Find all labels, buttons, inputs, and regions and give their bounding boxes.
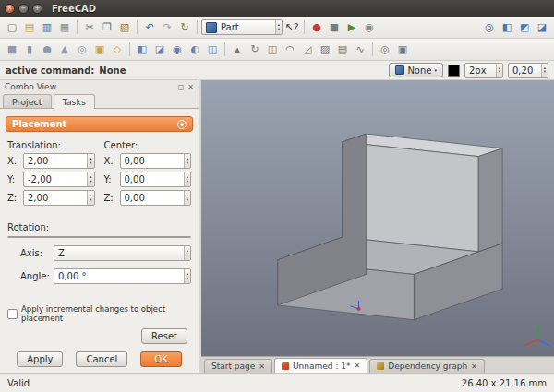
- center-x-spinbox[interactable]: 0,00 ▴▾: [120, 153, 192, 169]
- tab-close-icon[interactable]: ✕: [259, 362, 265, 371]
- axis-select[interactable]: Z ▴▾: [54, 245, 191, 261]
- freecad-window: ✕ − + FreeCAD ▢▤▥▦✂❐▧↶↷↻ Part ▴▾ ↖?●■▶◉ …: [0, 0, 554, 392]
- macro-debug-icon[interactable]: ◉: [361, 19, 378, 36]
- whats-this-icon[interactable]: ↖?: [283, 19, 300, 36]
- workbench-selector[interactable]: Part ▴▾: [201, 19, 283, 35]
- ok-button[interactable]: OK: [140, 351, 181, 367]
- tab-close-icon[interactable]: ✕: [355, 362, 361, 370]
- center-z-spinbox[interactable]: 0,00 ▴▾: [120, 190, 192, 206]
- line-color-swatch[interactable]: [448, 65, 460, 77]
- model-wall-right-face[interactable]: [478, 148, 502, 252]
- boolean-intersection-icon[interactable]: ◐: [187, 42, 203, 58]
- shape-builder-icon[interactable]: ◇: [109, 42, 126, 58]
- angle-label: Angle:: [20, 271, 50, 281]
- boolean-cut-icon[interactable]: ◪: [151, 42, 168, 58]
- tab-project[interactable]: Project: [3, 94, 52, 108]
- spin-arrows-icon[interactable]: ▴▾: [184, 154, 190, 168]
- part-cylinder-icon[interactable]: ▮: [21, 42, 38, 58]
- translation-y-spinbox[interactable]: -2,00 ▴▾: [23, 172, 95, 187]
- boolean-icon[interactable]: ◧: [134, 42, 151, 58]
- macro-stop-icon[interactable]: ■: [326, 19, 343, 36]
- part-sphere-icon[interactable]: ●: [39, 42, 55, 58]
- spin-arrows-icon[interactable]: ▴▾: [184, 172, 190, 186]
- line-width-arrow-icon: ▴▾: [496, 64, 502, 77]
- cut-icon[interactable]: ✂: [81, 19, 98, 36]
- copy-icon[interactable]: ❐: [99, 19, 115, 36]
- revolve-icon[interactable]: ↻: [247, 42, 263, 58]
- tab-start-page[interactable]: Start page ✕: [204, 359, 272, 373]
- placement-header[interactable]: Placement: [6, 116, 193, 132]
- new-document-icon[interactable]: ▢: [4, 19, 20, 36]
- center-x-value[interactable]: 0,00: [121, 156, 184, 166]
- tab-unnamed-document[interactable]: Unnamed : 1* ✕: [274, 358, 367, 373]
- dock-float-icon[interactable]: ◻: [178, 83, 185, 91]
- tasks-panel: Placement Translation: Center: X: 2,00 ▴…: [0, 108, 199, 373]
- redo-icon[interactable]: ↷: [159, 19, 175, 36]
- 3d-scene[interactable]: [201, 80, 554, 356]
- spin-arrows-icon[interactable]: ▴▾: [184, 191, 190, 205]
- macro-play-icon[interactable]: ▶: [343, 19, 360, 36]
- spin-arrows-icon[interactable]: ▴▾: [87, 191, 93, 205]
- center-z-value[interactable]: 0,00: [121, 193, 184, 203]
- macro-record-icon[interactable]: ●: [308, 19, 325, 36]
- fillet-icon[interactable]: ◠: [282, 42, 298, 58]
- boolean-union-icon[interactable]: ◉: [169, 42, 186, 58]
- part-primitives-icon[interactable]: ▣: [91, 42, 108, 58]
- center-y-spinbox[interactable]: 0,00 ▴▾: [120, 172, 192, 187]
- save-document-icon[interactable]: ▥: [39, 19, 55, 36]
- thickness-icon[interactable]: ▣: [394, 42, 411, 58]
- tab-close-icon[interactable]: ✕: [471, 362, 477, 371]
- window-minimize-button[interactable]: −: [18, 4, 29, 14]
- cancel-button[interactable]: Cancel: [76, 351, 127, 367]
- incremental-checkbox[interactable]: [7, 309, 18, 319]
- part-torus-icon[interactable]: ◎: [74, 42, 90, 58]
- extrude-icon[interactable]: ▴: [229, 42, 246, 58]
- tab-dependency-graph[interactable]: Dependency graph ✕: [369, 359, 485, 373]
- rotation-mode-select[interactable]: Rotation axis with angle ▴▾: [7, 236, 191, 238]
- translation-x-spinbox[interactable]: 2,00 ▴▾: [23, 153, 95, 169]
- zoom-fit-icon[interactable]: ◎: [481, 19, 498, 36]
- view-axonometric-icon[interactable]: ◪: [534, 19, 550, 36]
- draw-style-button[interactable]: None ▾: [389, 63, 443, 77]
- spin-arrows-icon[interactable]: ▴▾: [87, 154, 93, 168]
- section-icon[interactable]: ◫: [204, 42, 221, 58]
- placement-title: Placement: [12, 119, 66, 129]
- part-cone-icon[interactable]: ▲: [56, 42, 73, 58]
- chamfer-icon[interactable]: ◿: [299, 42, 316, 58]
- window-close-button[interactable]: ✕: [5, 4, 15, 14]
- translation-z-value[interactable]: 2,00: [24, 193, 87, 203]
- reset-button[interactable]: Reset: [141, 328, 187, 344]
- center-y-value[interactable]: 0,00: [121, 174, 184, 184]
- loft-icon[interactable]: ▤: [334, 42, 351, 58]
- tab-tasks[interactable]: Tasks: [54, 94, 95, 109]
- open-document-icon[interactable]: ▤: [21, 19, 38, 36]
- translation-y-value[interactable]: -2,00: [24, 174, 87, 184]
- translation-label: Translation:: [7, 140, 95, 150]
- sweep-icon[interactable]: ∿: [352, 42, 368, 58]
- status-message: Valid: [7, 378, 30, 388]
- window-maximize-button[interactable]: +: [32, 4, 42, 14]
- 3d-viewport[interactable]: [201, 80, 554, 356]
- angle-value[interactable]: 0,00 °: [54, 271, 184, 281]
- apply-button[interactable]: Apply: [17, 351, 63, 367]
- offset-icon[interactable]: ◎: [377, 42, 393, 58]
- angle-spinbox[interactable]: 0,00 ° ▴▾: [54, 268, 191, 284]
- ruled-surface-icon[interactable]: ▨: [317, 42, 333, 58]
- print-icon[interactable]: ▦: [56, 19, 73, 36]
- refresh-icon[interactable]: ↻: [176, 19, 193, 36]
- spin-arrows-icon[interactable]: ▴▾: [184, 269, 190, 283]
- toolbar-separator: [77, 20, 78, 34]
- translation-z-spinbox[interactable]: 2,00 ▴▾: [23, 190, 95, 206]
- spin-arrows-icon[interactable]: ▴▾: [87, 172, 93, 186]
- part-box-icon[interactable]: ■: [4, 42, 20, 58]
- undo-icon[interactable]: ↶: [141, 19, 158, 36]
- translation-x-value[interactable]: 2,00: [24, 156, 87, 166]
- line-width-select[interactable]: 2px ▴▾: [464, 63, 503, 78]
- paste-icon[interactable]: ▧: [116, 19, 133, 36]
- view-top-icon[interactable]: ◩: [516, 19, 533, 36]
- placement-collapse-icon[interactable]: [177, 120, 187, 129]
- view-front-icon[interactable]: ◧: [499, 19, 515, 36]
- mirror-icon[interactable]: ◫: [264, 42, 281, 58]
- point-size-select[interactable]: 0,20 ▴▾: [508, 63, 548, 78]
- dock-close-icon[interactable]: ✕: [187, 83, 194, 91]
